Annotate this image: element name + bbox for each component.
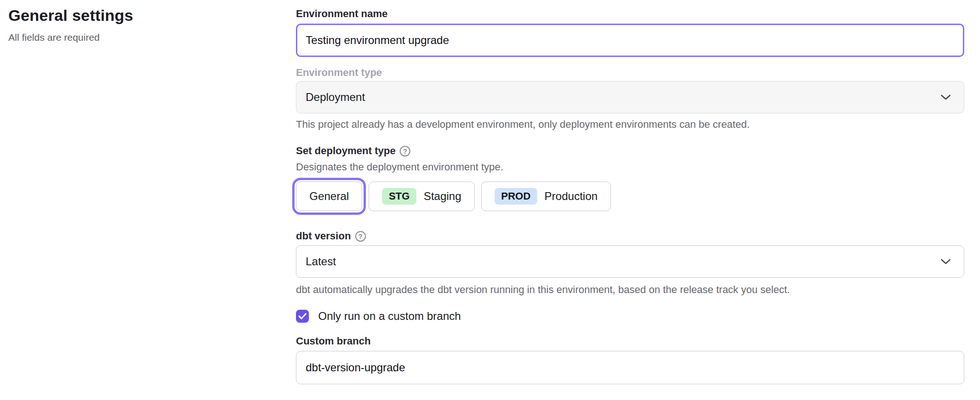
environment-name-input[interactable] [296, 24, 964, 57]
deployment-type-helper: Designates the deployment environment ty… [296, 161, 964, 173]
custom-branch-checkbox-row: Only run on a custom branch [296, 310, 964, 323]
page-title: General settings [8, 6, 268, 25]
page-subtitle: All fields are required [8, 32, 268, 43]
dbt-version-label: dbt version ? [296, 230, 964, 243]
deployment-type-label: Set deployment type ? [296, 144, 964, 157]
custom-branch-label: Custom branch [296, 335, 964, 348]
production-badge: PROD [495, 188, 537, 205]
checkmark-icon [298, 313, 307, 319]
environment-settings-form: Environment name Environment type Deploy… [296, 0, 964, 384]
environment-name-label: Environment name [296, 7, 964, 20]
dbt-version-select[interactable]: Latest [296, 245, 964, 278]
settings-header: General settings All fields are required [8, 6, 268, 43]
environment-type-label: Environment type [296, 66, 964, 79]
deployment-type-general-button[interactable]: General [296, 181, 362, 211]
help-icon[interactable]: ? [400, 146, 410, 156]
staging-badge: STG [382, 188, 416, 205]
environment-type-select[interactable]: Deployment [296, 81, 964, 113]
custom-branch-checkbox[interactable] [296, 310, 309, 323]
dbt-version-value: Latest [306, 255, 336, 268]
custom-branch-input[interactable] [296, 351, 964, 384]
help-icon[interactable]: ? [355, 231, 366, 242]
deployment-type-production-button[interactable]: PROD Production [481, 181, 611, 211]
custom-branch-checkbox-label[interactable]: Only run on a custom branch [318, 310, 461, 323]
chevron-down-icon [940, 94, 952, 101]
environment-type-helper: This project already has a development e… [296, 118, 964, 131]
environment-type-value: Deployment [306, 91, 365, 104]
deployment-type-options: General STG Staging PROD Production [296, 181, 964, 211]
deployment-type-staging-button[interactable]: STG Staging [369, 181, 475, 211]
dbt-version-helper: dbt automatically upgrades the dbt versi… [296, 283, 964, 296]
chevron-down-icon [940, 258, 952, 265]
